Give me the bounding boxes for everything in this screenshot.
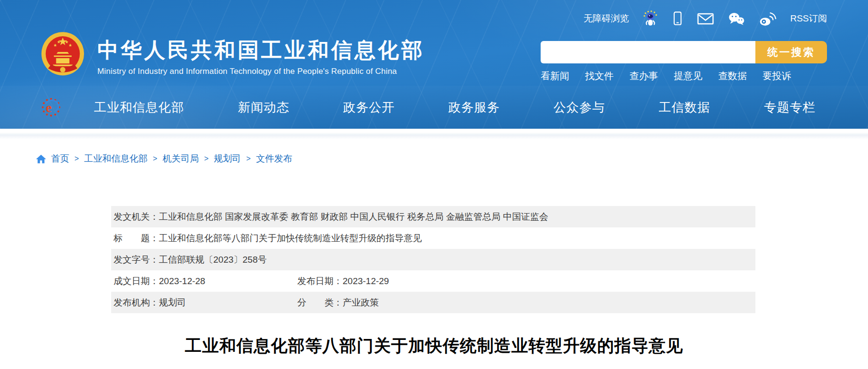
home-icon[interactable] bbox=[36, 154, 46, 164]
meta-label: 发文字号： bbox=[114, 254, 159, 266]
quick-link-files[interactable]: 找文件 bbox=[585, 70, 614, 82]
breadcrumb-separator: > bbox=[204, 154, 209, 163]
breadcrumb: 首页 > 工业和信息化部 > 机关司局 > 规划司 > 文件发布 bbox=[36, 153, 292, 165]
header-shadow-band bbox=[0, 129, 868, 139]
main-nav: e 工业和信息化部 新闻动态 政务公开 政务服务 公众参与 工信数据 专题专栏 bbox=[0, 86, 868, 129]
nav-item-topics[interactable]: 专题专栏 bbox=[764, 99, 816, 116]
meta-label: 成文日期： bbox=[114, 275, 159, 287]
meta-value: 工信部联规〔2023〕258号 bbox=[159, 254, 267, 266]
meta-label: 发文机关： bbox=[114, 211, 159, 223]
meta-col-publisher: 发布机构：规划司 bbox=[114, 297, 297, 309]
miit-e-logo-icon[interactable]: e bbox=[41, 97, 62, 118]
quick-link-suggest[interactable]: 提意见 bbox=[674, 70, 702, 82]
breadcrumb-separator: > bbox=[74, 154, 79, 163]
search-row: 统一搜索 bbox=[541, 41, 827, 63]
site-name-block: 中华人民共和国工业和信息化部 Ministry of Industry and … bbox=[97, 31, 425, 81]
quick-link-services[interactable]: 查办事 bbox=[629, 70, 658, 82]
meta-row-dates: 成文日期：2023-12-28 发布日期：2023-12-29 bbox=[111, 270, 755, 292]
miit-gov-page: 无障碍浏览 bbox=[0, 0, 868, 369]
quick-links: 看新闻 找文件 查办事 提意见 查数据 要投诉 bbox=[541, 70, 827, 82]
document-meta-table: 发文机关：工业和信息化部 国家发展改革委 教育部 财政部 中国人民银行 税务总局… bbox=[111, 206, 755, 313]
meta-value: 工业和信息化部 国家发展改革委 教育部 财政部 中国人民银行 税务总局 金融监管… bbox=[159, 211, 548, 223]
meta-label: 发布日期： bbox=[297, 275, 343, 287]
mobile-icon[interactable] bbox=[672, 10, 683, 27]
utility-bar: 无障碍浏览 bbox=[584, 10, 827, 27]
weibo-icon[interactable] bbox=[759, 11, 776, 26]
breadcrumb-planning-dept[interactable]: 规划司 bbox=[214, 153, 241, 165]
breadcrumb-home[interactable]: 首页 bbox=[51, 153, 69, 165]
nav-item-services[interactable]: 政务服务 bbox=[449, 99, 500, 116]
national-emblem-icon bbox=[41, 31, 85, 81]
meta-label: 发布机构： bbox=[114, 297, 159, 309]
meta-label: 分 类： bbox=[297, 297, 343, 309]
breadcrumb-separator: > bbox=[246, 154, 251, 163]
quick-link-complaint[interactable]: 要投诉 bbox=[763, 70, 791, 82]
meta-label: 标 题： bbox=[114, 232, 159, 245]
mail-icon[interactable] bbox=[697, 12, 714, 25]
quick-link-news[interactable]: 看新闻 bbox=[541, 70, 569, 82]
meta-row-publisher-category: 发布机构：规划司 分 类：产业政策 bbox=[111, 292, 755, 313]
nav-item-participation[interactable]: 公众参与 bbox=[554, 99, 605, 116]
robot-mascot-icon[interactable] bbox=[643, 10, 658, 27]
site-subtitle: Ministry of Industry and Information Tec… bbox=[97, 67, 425, 76]
meta-value: 产业政策 bbox=[343, 297, 379, 309]
breadcrumb-miit[interactable]: 工业和信息化部 bbox=[84, 153, 147, 165]
meta-col-written-date: 成文日期：2023-12-28 bbox=[114, 275, 297, 287]
meta-value: 2023-12-28 bbox=[159, 276, 205, 287]
breadcrumb-document-release[interactable]: 文件发布 bbox=[256, 153, 292, 165]
meta-row-issuing-authority: 发文机关：工业和信息化部 国家发展改革委 教育部 财政部 中国人民银行 税务总局… bbox=[111, 206, 755, 227]
meta-col-publish-date: 发布日期：2023-12-29 bbox=[297, 275, 389, 287]
search-input[interactable] bbox=[541, 41, 755, 63]
nav-item-miit[interactable]: 工业和信息化部 bbox=[94, 99, 184, 116]
meta-row-title: 标 题：工业和信息化部等八部门关于加快传统制造业转型升级的指导意见 bbox=[111, 227, 755, 249]
accessibility-link[interactable]: 无障碍浏览 bbox=[584, 12, 629, 25]
nav-item-disclosure[interactable]: 政务公开 bbox=[343, 99, 395, 116]
nav-items: 工业和信息化部 新闻动态 政务公开 政务服务 公众参与 工信数据 专题专栏 bbox=[94, 99, 816, 116]
nav-item-data[interactable]: 工信数据 bbox=[659, 99, 711, 116]
meta-value: 工业和信息化部等八部门关于加快传统制造业转型升级的指导意见 bbox=[159, 232, 422, 245]
breadcrumb-departments[interactable]: 机关司局 bbox=[163, 153, 199, 165]
meta-value: 规划司 bbox=[159, 297, 186, 309]
site-title: 中华人民共和国工业和信息化部 bbox=[97, 39, 425, 61]
meta-value: 2023-12-29 bbox=[343, 276, 389, 287]
meta-row-document-number: 发文字号：工信部联规〔2023〕258号 bbox=[111, 249, 755, 270]
article-title: 工业和信息化部等八部门关于加快传统制造业转型升级的指导意见 bbox=[0, 335, 868, 357]
nav-item-news[interactable]: 新闻动态 bbox=[238, 99, 290, 116]
site-header: 无障碍浏览 bbox=[0, 0, 868, 129]
wechat-icon[interactable] bbox=[728, 11, 745, 26]
quick-link-data[interactable]: 查数据 bbox=[718, 70, 747, 82]
unified-search-button[interactable]: 统一搜索 bbox=[755, 41, 827, 63]
search-area: 统一搜索 看新闻 找文件 查办事 提意见 查数据 要投诉 bbox=[541, 41, 827, 82]
breadcrumb-separator: > bbox=[152, 154, 157, 163]
rss-link[interactable]: RSS订阅 bbox=[790, 12, 827, 25]
meta-col-category: 分 类：产业政策 bbox=[297, 297, 379, 309]
site-logo[interactable]: 中华人民共和国工业和信息化部 Ministry of Industry and … bbox=[41, 31, 425, 81]
